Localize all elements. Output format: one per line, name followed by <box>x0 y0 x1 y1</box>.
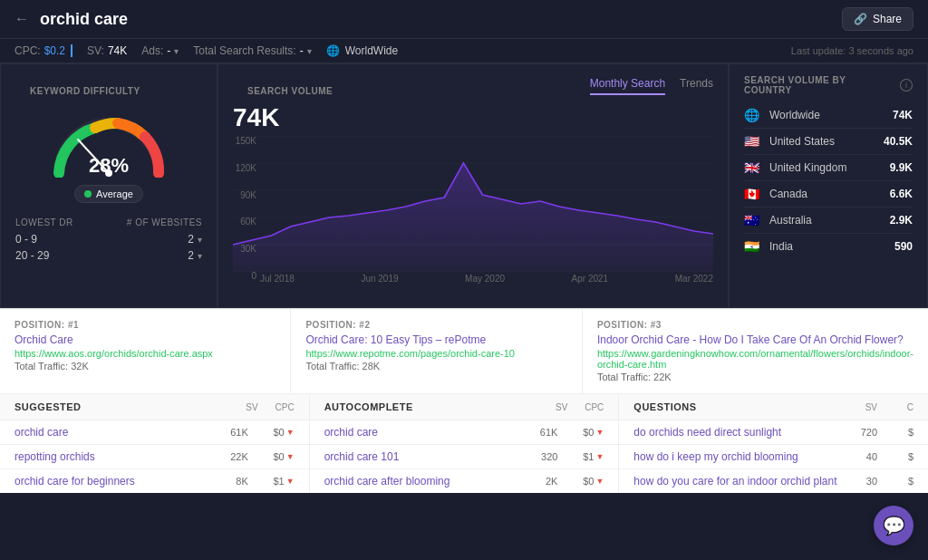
x-label-apr2021: Apr 2021 <box>572 274 609 284</box>
ac-sv-3: 2K <box>521 476 557 487</box>
autocomplete-title: AUTOCOMPLETE <box>324 401 532 412</box>
tab-trends[interactable]: Trends <box>680 77 713 95</box>
keyword-orchid-care[interactable]: orchid care <box>14 426 212 439</box>
tables-row: SUGGESTED SV CPC orchid care 61K $0 ▼ re… <box>0 394 928 493</box>
pos2-title[interactable]: Orchid Care: 10 Easy Tips – rePotme <box>305 333 566 346</box>
pos2-traffic: Total Traffic: 28K <box>305 361 566 372</box>
q-keyword-2[interactable]: how do i keep my orchid blooming <box>633 450 841 463</box>
ac-keyword-3[interactable]: orchid care after blooming <box>324 475 522 488</box>
cpc-orchid-care: $0 <box>248 427 285 438</box>
ac-sv-1: 61K <box>521 427 557 438</box>
keyword-repotting[interactable]: repotting orchids <box>14 450 212 463</box>
search-volume-panel: SEARCH VOLUME Monthly Search Trends 74K … <box>218 63 729 308</box>
gauge-wrapper: 28% <box>45 105 172 178</box>
dr-dropdown-1[interactable]: ▾ <box>198 235 202 245</box>
y-label-120k: 120K <box>236 163 256 173</box>
y-label-90k: 90K <box>240 190 256 200</box>
chart-svg <box>233 136 713 272</box>
position-1: POSITION: #1 Orchid Care https://www.aos… <box>0 309 291 393</box>
suggested-row-3: orchid care for beginners 8K $1 ▼ <box>0 469 309 493</box>
kd-title: KEYWORD DIFFICULTY <box>15 75 202 96</box>
dr-row-1: 0 - 9 2 ▾ <box>15 231 202 247</box>
worldwide-button[interactable]: 🌐 WorldWide <box>326 44 398 57</box>
questions-header: QUESTIONS SV C <box>619 394 928 420</box>
y-label-0: 0 <box>251 271 256 281</box>
chat-bubble[interactable]: 💬 <box>874 506 914 546</box>
position-3: POSITION: #3 Indoor Orchid Care - How Do… <box>583 309 928 393</box>
arrow-3: ▼ <box>286 477 295 486</box>
pos2-url[interactable]: https://www.repotme.com/pages/orchid-car… <box>305 348 566 359</box>
ac-cpc-2: $1 <box>557 451 594 462</box>
ac-arrow-3: ▼ <box>595 477 604 486</box>
ac-arrow-1: ▼ <box>595 428 604 437</box>
ac-sv-2: 320 <box>521 451 557 462</box>
back-button[interactable]: ← <box>14 11 29 27</box>
subheader: CPC: $0.2 SV: 74K Ads: - ▾ Total Search … <box>0 39 928 63</box>
chat-icon: 💬 <box>883 515 905 536</box>
ac-keyword-1[interactable]: orchid care <box>324 426 522 439</box>
questions-table: QUESTIONS SV C do orchids need direct su… <box>619 394 928 493</box>
flag-worldwide: 🌐 <box>744 108 762 122</box>
arrow-1: ▼ <box>286 428 295 437</box>
q-cpc-1: $ <box>877 427 914 438</box>
pos3-title[interactable]: Indoor Orchid Care - How Do I Take Care … <box>597 333 914 346</box>
q-sv-1: 720 <box>841 427 877 438</box>
sv-orchid-care: 61K <box>212 427 248 438</box>
dr-row-2: 20 - 29 2 ▾ <box>15 247 202 264</box>
total-meta: Total Search Results: - ▾ <box>193 44 311 57</box>
sv-value: 74K <box>233 103 713 132</box>
ads-dropdown[interactable]: ▾ <box>174 46 179 56</box>
ac-keyword-2[interactable]: orchid care 101 <box>324 450 522 463</box>
pos1-title[interactable]: Orchid Care <box>14 333 276 346</box>
flag-uk: 🇬🇧 <box>744 160 762 175</box>
gauge-container: 28% Average <box>15 96 202 203</box>
autocomplete-header: AUTOCOMPLETE SV CPC <box>310 394 619 420</box>
globe-icon: 🌐 <box>326 44 340 57</box>
q-keyword-3[interactable]: how do you care for an indoor orchid pla… <box>633 475 841 488</box>
sv-beginners: 8K <box>212 476 248 487</box>
country-row-ca: 🇨🇦 Canada 6.6K <box>744 181 913 208</box>
link-icon: 🔗 <box>854 13 867 25</box>
dr-dropdown-2[interactable]: ▾ <box>198 251 202 261</box>
info-icon[interactable]: i <box>900 79 913 92</box>
gauge-value: 28% <box>89 154 129 178</box>
country-worldwide: Worldwide <box>769 109 885 121</box>
val-au: 2.9K <box>890 214 913 227</box>
suggested-title: SUGGESTED <box>14 401 222 412</box>
country-row-in: 🇮🇳 India 590 <box>744 234 913 259</box>
keyword-beginners[interactable]: orchid care for beginners <box>14 475 212 488</box>
autocomplete-table: AUTOCOMPLETE SV CPC orchid care 61K $0 ▼… <box>310 394 620 493</box>
header: ← orchid care 🔗 Share <box>0 0 928 39</box>
dr-table: LOWEST DR # OF WEBSITES 0 - 9 2 ▾ 20 - 2… <box>15 217 202 264</box>
total-dropdown[interactable]: ▾ <box>307 46 312 56</box>
pos3-url[interactable]: https://www.gardeningknowhow.com/ornamen… <box>597 348 914 370</box>
flag-us: 🇺🇸 <box>744 134 762 149</box>
q-cpc-2: $ <box>877 451 914 462</box>
suggested-row-2: repotting orchids 22K $0 ▼ <box>0 445 309 469</box>
country-us: United States <box>769 135 876 148</box>
country-volume-panel: SEARCH VOLUME BY COUNTRY i 🌐 Worldwide 7… <box>729 63 928 308</box>
gauge-badge: Average <box>74 185 143 203</box>
pos3-traffic: Total Traffic: 22K <box>597 372 914 382</box>
x-label-jul2018: Jul 2018 <box>260 274 295 284</box>
question-row-1: do orchids need direct sunlight 720 $ <box>619 420 928 445</box>
pos1-url[interactable]: https://www.aos.org/orchids/orchid-care.… <box>14 348 276 359</box>
arrow-2: ▼ <box>286 452 295 461</box>
sv-tabs: Monthly Search Trends <box>590 77 713 95</box>
country-ca: Canada <box>769 188 883 200</box>
dr-header: LOWEST DR # OF WEBSITES <box>15 217 202 227</box>
q-keyword-1[interactable]: do orchids need direct sunlight <box>633 426 841 439</box>
country-list: 🌐 Worldwide 74K 🇺🇸 United States 40.5K 🇬… <box>744 102 913 259</box>
q-sv-2: 40 <box>841 451 877 462</box>
share-button[interactable]: 🔗 Share <box>842 7 914 31</box>
country-row-au: 🇦🇺 Australia 2.9K <box>744 208 913 234</box>
suggested-table: SUGGESTED SV CPC orchid care 61K $0 ▼ re… <box>0 394 310 493</box>
tab-monthly-search[interactable]: Monthly Search <box>590 77 665 95</box>
gauge-dot <box>84 190 92 198</box>
ads-meta: Ads: - ▾ <box>141 44 179 57</box>
sv-title: SEARCH VOLUME <box>233 75 347 96</box>
cpc-bar <box>71 44 72 57</box>
val-ca: 6.6K <box>890 188 913 200</box>
country-title: SEARCH VOLUME BY COUNTRY <box>744 75 894 95</box>
bottom-section: POSITION: #1 Orchid Care https://www.aos… <box>0 308 928 493</box>
